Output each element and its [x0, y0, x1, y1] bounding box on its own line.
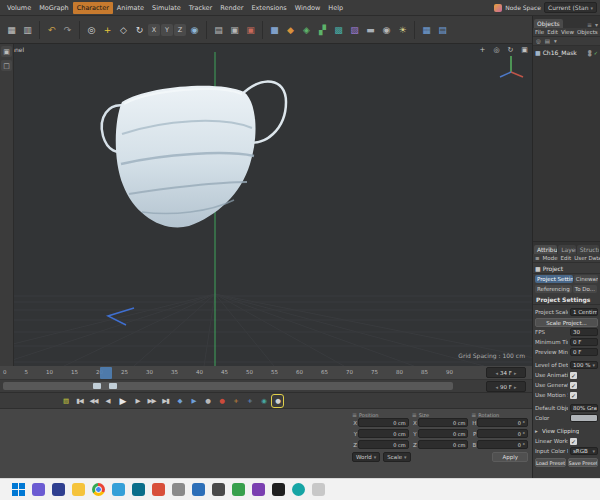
goto-start-button[interactable]: ▮◀	[74, 395, 85, 407]
taskbar-app-icon-1[interactable]	[32, 483, 45, 496]
menu-help[interactable]: Help	[324, 2, 347, 14]
taskbar-app-icon-4[interactable]	[92, 483, 105, 496]
play-button[interactable]: ▶	[116, 395, 129, 407]
panel-menu-icon[interactable]: ≡	[412, 411, 417, 418]
light-button[interactable]: ☀	[395, 21, 410, 39]
sort-icon[interactable]: ▾	[554, 38, 557, 44]
filter-icon[interactable]: ▤	[545, 38, 550, 44]
node-space-icon[interactable]	[494, 4, 502, 12]
menu-simulate[interactable]: Simulate	[148, 2, 185, 14]
menu-mograph[interactable]: MoGraph	[35, 2, 73, 14]
next-frame-button[interactable]: ▶	[132, 395, 143, 407]
next-key-button[interactable]: ▶▶	[146, 395, 157, 407]
viewport-menu-panel[interactable]: Panel	[14, 46, 24, 53]
tab-structure[interactable]: Structure	[577, 245, 599, 254]
goto-end-button[interactable]: ▶▮	[160, 395, 171, 407]
attr-menu-edit[interactable]: Edit	[561, 255, 572, 261]
project-scale-field[interactable]: 1 Centimeters	[570, 308, 598, 316]
add-cube-button[interactable]: ■	[267, 21, 282, 39]
coord-value-field[interactable]: 0 cm	[358, 418, 409, 427]
layout-single-icon[interactable]: ▦	[4, 21, 19, 39]
taskbar-app-icon-2[interactable]	[52, 483, 65, 496]
toggle-view-icon[interactable]: ▣	[520, 45, 529, 54]
pen-spline-button[interactable]: ◆	[283, 21, 298, 39]
frame-increment-icon[interactable]: ▸	[514, 370, 517, 376]
menu-render[interactable]: Render	[216, 2, 247, 14]
level-of-detail-dropdown[interactable]: 100 %▾	[570, 361, 598, 369]
taskbar-app-icon-9[interactable]	[192, 483, 205, 496]
display-mode-a-button[interactable]: ▦	[419, 21, 434, 39]
tab-layers[interactable]: Layers	[558, 245, 576, 254]
attribute-object-row[interactable]: ■ Project	[533, 263, 600, 274]
layout-split-icon[interactable]: ▥	[20, 21, 35, 39]
panel-menu-icon[interactable]: ≡	[535, 255, 540, 261]
attr-menu-mode[interactable]: Mode	[543, 255, 558, 261]
taskbar-app-icon-15[interactable]	[312, 483, 325, 496]
coord-value-field[interactable]: 0 °	[477, 418, 528, 427]
camera-button[interactable]: ◉	[379, 21, 394, 39]
taskbar-app-icon-8[interactable]	[172, 483, 185, 496]
fps-field[interactable]: 30	[570, 328, 598, 336]
visibility-toggles[interactable]: ●●	[588, 50, 592, 56]
prev-key-button[interactable]: ◀◀	[88, 395, 99, 407]
taskbar-app-icon-13[interactable]	[272, 483, 285, 496]
panel-menu-icon[interactable]: ≡	[471, 411, 476, 418]
menu-extensions[interactable]: Extensions	[247, 2, 290, 14]
settings-tab-to-do[interactable]: To Do...	[573, 285, 597, 293]
preview-min-time-field[interactable]: 0 F	[570, 348, 598, 356]
coord-value-field[interactable]: 0 °	[477, 429, 528, 438]
y-axis-lock-button[interactable]: Y	[161, 24, 173, 36]
objects-menu-file[interactable]: File	[535, 29, 544, 35]
menu-animate[interactable]: Animate	[113, 2, 148, 14]
viewport-menu[interactable]: Panel	[14, 46, 28, 53]
keyframe-selection-button[interactable]: ◆	[174, 395, 185, 407]
range-end-field[interactable]: ◂ 90 F ▸	[486, 381, 526, 392]
timeline-ruler[interactable]: 051015202530354045505560657075808590 ◂ 3…	[0, 366, 532, 380]
viewport-3d[interactable]: Panel +◎↻▣ Grid Spacing : 100 cm	[14, 44, 532, 366]
panel-menu-icon[interactable]: ≡	[586, 21, 593, 28]
use-animation-checkbox[interactable]: ✓	[570, 372, 577, 379]
search-icon[interactable]: ◎	[536, 38, 541, 44]
coordinate-mode-dropdown[interactable]: World ▾	[352, 452, 380, 462]
scale-project-button[interactable]: Scale Project...	[535, 318, 598, 327]
frame-decrement-icon[interactable]: ◂	[496, 370, 499, 376]
floor-button[interactable]: ▬	[363, 21, 378, 39]
apply-button[interactable]: Apply	[492, 452, 528, 462]
model-mode-icon[interactable]: □	[1, 60, 12, 71]
node-space-label[interactable]: Node Space	[505, 4, 541, 11]
object-enabled-check[interactable]: ✓	[594, 50, 598, 56]
menu-character[interactable]: Character	[73, 2, 113, 14]
record-keyframe-button[interactable]: ●	[202, 395, 213, 407]
start-button[interactable]	[12, 483, 25, 496]
coord-value-field[interactable]: 0 cm	[358, 429, 409, 438]
record-position-button[interactable]: +	[230, 395, 241, 407]
record-scale-button[interactable]: +	[244, 395, 255, 407]
taskbar-app-icon-12[interactable]	[252, 483, 265, 496]
menu-tracker[interactable]: Tracker	[185, 2, 216, 14]
taskbar-app-icon-14[interactable]	[292, 483, 305, 496]
taskbar-app-icon-3[interactable]	[72, 483, 85, 496]
make-preview-button[interactable]: ▧	[60, 395, 71, 407]
render-view-button[interactable]: ▤	[211, 21, 226, 39]
menu-window[interactable]: Window	[291, 2, 325, 14]
redo-icon[interactable]: ↷	[60, 21, 75, 39]
rotate-view-icon[interactable]: ↻	[506, 45, 515, 54]
menu-volume[interactable]: Volume	[3, 2, 35, 14]
taskbar-app-icon-11[interactable]	[232, 483, 245, 496]
record-rotation-button[interactable]: ◉	[258, 395, 269, 407]
use-motion-system-checkbox[interactable]: ✓	[570, 392, 577, 399]
keyframe-cursor-button[interactable]: ▶	[188, 395, 199, 407]
expand-arrow-icon[interactable]: ▸	[535, 428, 540, 434]
taskbar-app-icon-7[interactable]	[152, 483, 165, 496]
objects-menu-view[interactable]: View	[561, 29, 574, 35]
range-decrement-icon[interactable]: ◂	[496, 384, 499, 390]
current-frame-field[interactable]: ◂ 34 F ▸	[486, 367, 526, 378]
coord-value-field[interactable]: 0 cm	[358, 440, 409, 449]
deformer-button[interactable]: ▨	[347, 21, 362, 39]
rotate-tool-icon[interactable]: ↻	[132, 21, 147, 39]
layout-selector[interactable]: Current (Stan ▾	[544, 2, 597, 13]
settings-tab-project-settings[interactable]: Project Settings	[535, 275, 573, 283]
render-settings-button[interactable]: ▣	[243, 21, 258, 39]
scale-tool-icon[interactable]: ◇	[116, 21, 131, 39]
live-selection-icon[interactable]: ◎	[84, 21, 99, 39]
